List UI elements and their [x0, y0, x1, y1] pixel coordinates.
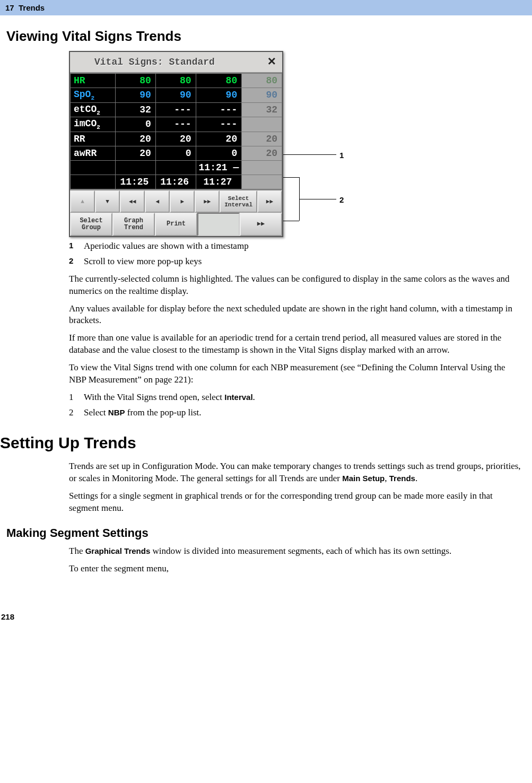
cell: 80: [116, 74, 156, 88]
window-titlebar: Vital Signs: Standard ×: [70, 52, 282, 73]
heading-viewing-vital-signs-trends: Viewing Vital Signs Trends: [6, 28, 532, 45]
cell: [242, 117, 282, 132]
back-button[interactable]: ◀: [145, 190, 170, 213]
paragraph: The Graphical Trends window is divided i…: [69, 545, 521, 558]
vital-signs-window: Vital Signs: Standard × HR 80 80 80 80 S…: [69, 51, 283, 237]
paragraph: The currently-selected column is highlig…: [69, 273, 521, 298]
callout-line: [299, 199, 336, 199]
table-row: HR 80 80 80 80: [71, 74, 282, 88]
cell: 20: [196, 132, 242, 146]
toolbar-row-1: ▲ ▼ ◀◀ ◀ ▶ ▶▶ Select Interval ▶▶: [70, 189, 282, 213]
figure-callouts: 1 2: [283, 51, 347, 237]
callout-1-label: 1: [339, 151, 344, 160]
right-icon: ▶: [180, 198, 184, 205]
table-row: RR 20 20 20 20: [71, 132, 282, 146]
step-text: With the Vital Signs trend open, select …: [84, 392, 255, 404]
chevron-down-icon: ▼: [106, 198, 109, 205]
chapter-title: Trends: [19, 3, 45, 12]
cell: 20: [155, 132, 196, 146]
double-right-icon: ▶▶: [204, 198, 211, 205]
paragraph: Trends are set up in Configuration Mode.…: [69, 460, 521, 485]
paragraph: Any values available for display before …: [69, 303, 521, 327]
left-icon: ◀: [155, 198, 159, 205]
cell: ---: [196, 117, 242, 132]
chevron-up-icon: ▲: [81, 198, 84, 205]
table-row-aperiodic: 11:21 —: [71, 160, 282, 175]
close-icon[interactable]: ×: [264, 54, 279, 70]
table-row-times: 11:25 11:26 11:27: [71, 175, 282, 189]
cell: 20: [242, 132, 282, 146]
cell: ---: [155, 102, 196, 117]
scroll-down-button[interactable]: ▼: [95, 190, 120, 213]
cell: 20: [116, 146, 156, 160]
row-label: etCO2: [71, 102, 116, 117]
heading-making-segment-settings: Making Segment Settings: [6, 526, 532, 540]
page-header: 17 Trends: [0, 0, 532, 15]
legend-text: Aperiodic values are shown with a timest…: [84, 240, 249, 253]
heading-setting-up-trends: Setting Up Trends: [0, 434, 532, 452]
row-label: awRR: [71, 146, 116, 160]
paragraph: To view the Vital Signs trend with one c…: [69, 362, 521, 386]
legend-number: 1: [69, 240, 84, 253]
time-header: [242, 175, 282, 189]
table-row: SpO2 90 90 90 90: [71, 88, 282, 103]
scroll-up-button[interactable]: ▲: [70, 190, 95, 213]
vital-signs-figure: Vital Signs: Standard × HR 80 80 80 80 S…: [69, 51, 532, 237]
double-left-icon: ◀◀: [129, 198, 136, 205]
double-right-icon: ▶▶: [257, 221, 265, 228]
callout-line: [283, 154, 336, 155]
cell: 80: [242, 74, 282, 88]
fast-forward-button[interactable]: ▶▶: [195, 190, 220, 213]
empty-button: [197, 213, 240, 236]
aperiodic-timestamp: 11:21 —: [196, 160, 242, 175]
legend-number: 2: [69, 256, 84, 268]
cell: 90: [242, 88, 282, 103]
row-label: RR: [71, 132, 116, 146]
cell: 90: [196, 88, 242, 103]
print-button[interactable]: Print: [155, 213, 197, 236]
paragraph: To enter the segment menu,: [69, 563, 521, 575]
time-header: 11:27: [196, 175, 242, 189]
toolbar-row-2: Select Group Graph Trend Print ▶▶: [70, 213, 282, 236]
cell: 20: [242, 146, 282, 160]
cell: 90: [155, 88, 196, 103]
chapter-number: 17: [5, 3, 14, 12]
legend-text: Scroll to view more pop-up keys: [84, 256, 202, 268]
row-label: HR: [71, 74, 116, 88]
time-header: 11:25: [116, 175, 156, 189]
callout-bracket: [283, 221, 299, 221]
figure-legend-item: 2 Scroll to view more pop-up keys: [69, 256, 521, 268]
step-text: Select NBP from the pop-up list.: [84, 407, 201, 419]
table-row: etCO2 32 --- --- 32: [71, 102, 282, 117]
double-right-icon: ▶▶: [266, 198, 273, 205]
step-number: 2: [69, 407, 84, 419]
callout-2-label: 2: [339, 195, 344, 204]
row-label: imCO2: [71, 117, 116, 132]
cell: ---: [155, 117, 196, 132]
cell: 0: [116, 117, 156, 132]
cell: ---: [196, 102, 242, 117]
cell: 0: [196, 146, 242, 160]
forward-button[interactable]: ▶: [170, 190, 195, 213]
graph-trend-button[interactable]: Graph Trend: [112, 213, 155, 236]
callout-bracket: [283, 177, 299, 178]
page-number: 218: [0, 612, 532, 621]
window-title: Vital Signs: Standard: [73, 57, 264, 67]
cell: 80: [155, 74, 196, 88]
cell: 0: [155, 146, 196, 160]
paragraph: Settings for a single segment in graphic…: [69, 490, 521, 515]
cell: 32: [242, 102, 282, 117]
fast-back-button[interactable]: ◀◀: [120, 190, 145, 213]
select-interval-button[interactable]: Select Interval: [220, 190, 257, 213]
table-row: imCO2 0 --- ---: [71, 117, 282, 132]
cell: 80: [196, 74, 242, 88]
figure-legend-item: 1 Aperiodic values are shown with a time…: [69, 240, 521, 253]
more-keys-button-1[interactable]: ▶▶: [257, 190, 282, 213]
cell: 20: [116, 132, 156, 146]
more-keys-button-2[interactable]: ▶▶: [240, 213, 282, 236]
select-group-button[interactable]: Select Group: [70, 213, 112, 236]
step-item: 2 Select NBP from the pop-up list.: [69, 407, 521, 419]
cell: 32: [116, 102, 156, 117]
paragraph: If more than one value is available for …: [69, 332, 521, 356]
table-row: awRR 20 0 0 20: [71, 146, 282, 160]
